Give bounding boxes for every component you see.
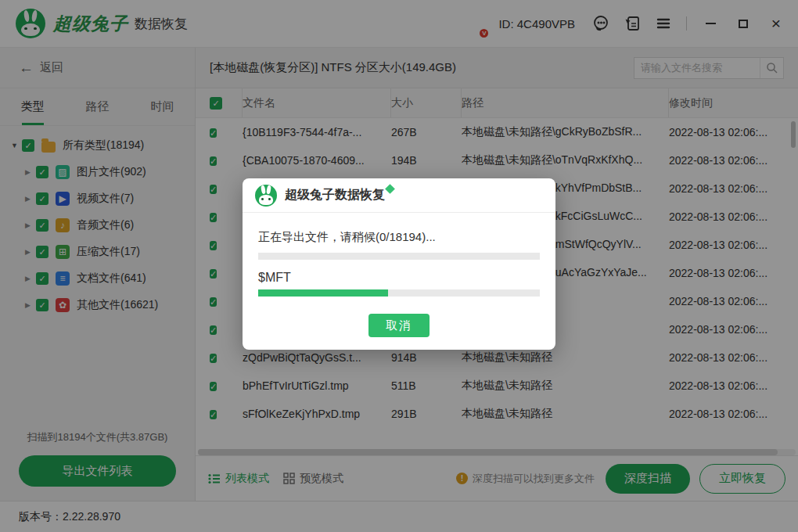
file-progress-fill — [258, 289, 388, 297]
file-progress-bar — [258, 289, 540, 297]
app-window: 超级兔子 数据恢复 V ID: 4C490VPB — [0, 0, 798, 532]
dialog-header: 超级兔子数据恢复 — [243, 178, 555, 213]
cancel-button[interactable]: 取消 — [368, 314, 430, 337]
dialog-title: 超级兔子数据恢复 — [285, 187, 385, 203]
diamond-decoration-icon — [385, 184, 395, 194]
export-status-text: 正在导出文件，请稍候(0/18194)... — [258, 230, 540, 245]
overall-progress-bar — [258, 253, 540, 260]
dialog-rabbit-icon — [255, 185, 277, 207]
current-file-name: $MFT — [258, 271, 540, 285]
dialog-body: 正在导出文件，请稍候(0/18194)... $MFT 取消 — [243, 213, 555, 350]
export-dialog: 超级兔子数据恢复 正在导出文件，请稍候(0/18194)... $MFT 取消 — [243, 178, 555, 350]
